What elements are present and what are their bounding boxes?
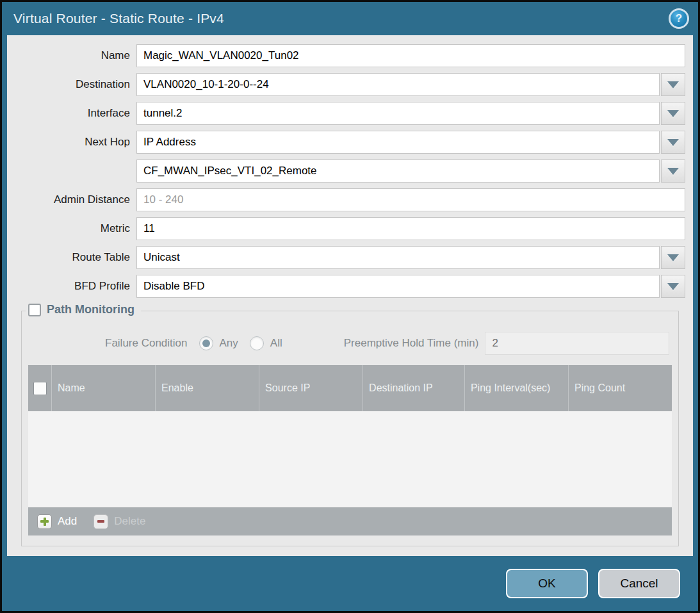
select-all-checkbox[interactable] [33, 382, 47, 395]
failure-condition-label: Failure Condition [105, 337, 188, 350]
admin-distance-input[interactable] [136, 188, 685, 211]
next-hop-row: Next Hop [13, 131, 685, 154]
destination-row: Destination [13, 73, 685, 96]
admin-distance-row: Admin Distance [13, 188, 685, 211]
table-toolbar: Add Delete [28, 507, 672, 535]
dialog-body: Name Destination Interface Next Hop [7, 35, 693, 556]
name-input[interactable] [136, 44, 685, 67]
table-header-select-cell [28, 365, 51, 411]
path-monitoring-title: Path Monitoring [47, 303, 134, 316]
next-hop-address-row [13, 159, 685, 183]
destination-label: Destination [13, 78, 136, 91]
admin-distance-label: Admin Distance [13, 193, 136, 206]
table-header-source-ip: Source IP [259, 365, 362, 411]
failure-condition-any-label: Any [220, 337, 238, 350]
route-table-row: Route Table [13, 246, 685, 269]
path-monitoring-legend: Path Monitoring [26, 303, 141, 316]
bfd-profile-input[interactable] [136, 275, 660, 298]
metric-row: Metric [13, 217, 685, 240]
interface-input[interactable] [136, 102, 660, 125]
metric-input[interactable] [136, 217, 685, 240]
minus-icon [94, 514, 108, 529]
static-route-dialog: Virtual Router - Static Route - IPv4 ? N… [0, 0, 700, 613]
preemptive-hold-time-label: Preemptive Hold Time (min) [344, 337, 479, 350]
failure-condition-all-label: All [270, 337, 282, 350]
interface-row: Interface [13, 102, 685, 125]
route-table-dropdown-button[interactable] [661, 246, 685, 269]
interface-dropdown-button[interactable] [661, 102, 685, 125]
failure-condition-all-radio [250, 336, 264, 350]
plus-icon [37, 514, 52, 529]
table-header-row: Name Enable Source IP Destination IP Pin… [28, 365, 672, 411]
table-header-name: Name [51, 365, 155, 411]
next-hop-type-dropdown-button[interactable] [661, 131, 685, 154]
delete-button-label: Delete [114, 515, 145, 528]
name-label: Name [13, 49, 136, 62]
title-bar: Virtual Router - Static Route - IPv4 ? [2, 2, 698, 35]
next-hop-address-dropdown-button[interactable] [661, 159, 685, 183]
table-header-destination-ip: Destination IP [362, 365, 464, 411]
name-row: Name [13, 44, 685, 67]
route-table-label: Route Table [13, 251, 136, 264]
path-monitoring-table: Name Enable Source IP Destination IP Pin… [28, 365, 672, 535]
chevron-down-icon [667, 283, 679, 290]
preemptive-hold-time-input [485, 332, 669, 355]
next-hop-label: Next Hop [13, 136, 136, 149]
help-icon[interactable]: ? [669, 8, 689, 29]
table-header-ping-interval: Ping Interval(sec) [464, 365, 568, 411]
table-body [28, 411, 672, 507]
chevron-down-icon [667, 139, 679, 146]
metric-label: Metric [13, 222, 136, 235]
chevron-down-icon [667, 110, 679, 117]
route-table-input[interactable] [136, 246, 660, 269]
path-monitoring-options-row: Failure Condition Any All Preemptive Hol… [29, 332, 669, 355]
radio-dot-icon [202, 339, 210, 347]
add-button[interactable]: Add [37, 514, 77, 529]
ok-button[interactable]: OK [506, 569, 588, 598]
destination-dropdown-button[interactable] [661, 73, 685, 96]
bfd-profile-dropdown-button[interactable] [661, 275, 685, 298]
bfd-profile-label: BFD Profile [13, 280, 136, 293]
table-header-ping-count: Ping Count [568, 365, 672, 411]
destination-input[interactable] [136, 73, 660, 96]
add-button-label: Add [58, 515, 77, 528]
next-hop-type-input[interactable] [136, 131, 660, 154]
path-monitoring-checkbox[interactable] [28, 304, 41, 316]
dialog-title: Virtual Router - Static Route - IPv4 [13, 11, 224, 26]
path-monitoring-section: Path Monitoring Failure Condition Any Al… [21, 311, 679, 546]
delete-button: Delete [94, 514, 145, 529]
next-hop-address-input[interactable] [136, 159, 660, 183]
chevron-down-icon [667, 168, 679, 175]
table-header-enable: Enable [155, 365, 259, 411]
failure-condition-any-radio [199, 336, 213, 350]
chevron-down-icon [667, 81, 679, 88]
interface-label: Interface [13, 107, 136, 120]
chevron-down-icon [667, 254, 679, 261]
bfd-profile-row: BFD Profile [13, 275, 685, 298]
cancel-button[interactable]: Cancel [598, 569, 680, 598]
dialog-footer: OK Cancel [2, 556, 698, 611]
